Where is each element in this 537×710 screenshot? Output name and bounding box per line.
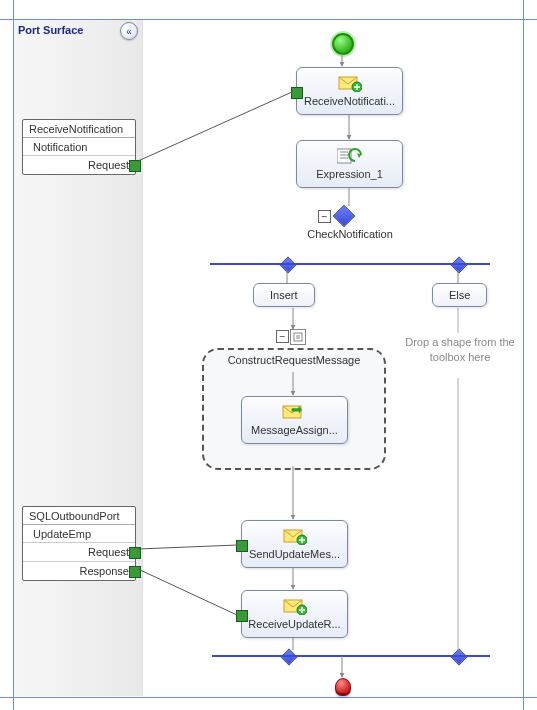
svg-line-39 xyxy=(138,569,237,615)
collapse-port-surface-button[interactable]: « xyxy=(120,22,138,40)
port-message-request[interactable]: Request xyxy=(23,155,135,174)
start-node-icon xyxy=(332,33,354,55)
shape-label: MessageAssign... xyxy=(248,423,341,436)
envelope-plus-icon xyxy=(283,527,307,545)
shape-label: Expression_1 xyxy=(303,167,396,180)
svg-line-37 xyxy=(138,92,292,161)
message-assign-shape[interactable]: MessageAssign... xyxy=(241,396,348,444)
decision-diamond-icon[interactable] xyxy=(333,205,356,228)
branch-label-text: Insert xyxy=(270,289,298,301)
port-title: ReceiveNotification xyxy=(23,120,135,137)
collapse-scope-button[interactable]: − xyxy=(276,330,289,343)
shape-port-connector-icon[interactable] xyxy=(291,87,303,99)
port-message-request[interactable]: Request xyxy=(23,542,135,561)
guide-hline xyxy=(0,697,537,698)
drop-placeholder[interactable]: Drop a shape from the toolbox here xyxy=(405,335,515,366)
orchestration-canvas: Port Surface « ReceiveNotification Notif… xyxy=(0,0,537,710)
guide-vline xyxy=(523,0,524,710)
shape-label: ReceiveUpdateR... xyxy=(248,617,341,630)
receive-shape[interactable]: ReceiveNotificati... xyxy=(296,67,403,115)
scope-doc-icon xyxy=(290,329,306,345)
shape-label: SendUpdateMes... xyxy=(248,547,341,560)
end-node-icon xyxy=(335,678,351,696)
branch-label-text: Else xyxy=(449,289,470,301)
branch-diamond-icon xyxy=(280,257,297,274)
port-message-label: Request xyxy=(88,159,129,171)
scope-title: ConstructRequestMessage xyxy=(204,354,384,366)
port-title: SQLOutboundPort xyxy=(23,507,135,524)
send-shape[interactable]: SendUpdateMes... xyxy=(241,520,348,568)
port-message-response[interactable]: Response xyxy=(23,561,135,580)
shape-port-connector-icon[interactable] xyxy=(236,610,248,622)
port-surface-title: Port Surface xyxy=(18,24,83,36)
port-connector-icon[interactable] xyxy=(129,160,141,172)
branch-diamond-icon xyxy=(281,649,298,666)
branch-insert[interactable]: Insert xyxy=(253,283,315,307)
branch-else[interactable]: Else xyxy=(432,283,487,307)
port-message-label: Request xyxy=(88,546,129,558)
svg-rect-9 xyxy=(294,333,302,341)
port-receive-notification[interactable]: ReceiveNotification Notification Request xyxy=(22,119,136,175)
envelope-plus-icon xyxy=(283,597,307,615)
collapse-decision-button[interactable]: − xyxy=(318,210,331,223)
port-operation: UpdateEmp xyxy=(23,524,135,542)
envelope-plus-icon xyxy=(338,74,362,92)
port-operation: Notification xyxy=(23,137,135,155)
expression-icon xyxy=(337,147,363,165)
envelope-arrow-icon xyxy=(282,403,308,421)
shape-port-connector-icon[interactable] xyxy=(236,540,248,552)
decision-label: CheckNotification xyxy=(295,228,405,240)
port-connector-icon[interactable] xyxy=(129,566,141,578)
svg-line-38 xyxy=(138,545,237,549)
shape-label: ReceiveNotificati... xyxy=(303,94,396,107)
expression-shape[interactable]: Expression_1 xyxy=(296,140,403,188)
port-connector-icon[interactable] xyxy=(129,547,141,559)
port-sql-outbound[interactable]: SQLOutboundPort UpdateEmp Request Respon… xyxy=(22,506,136,581)
branch-diamond-icon xyxy=(451,257,468,274)
receive-update-shape[interactable]: ReceiveUpdateR... xyxy=(241,590,348,638)
port-message-label: Response xyxy=(79,565,129,577)
branch-diamond-icon xyxy=(451,649,468,666)
